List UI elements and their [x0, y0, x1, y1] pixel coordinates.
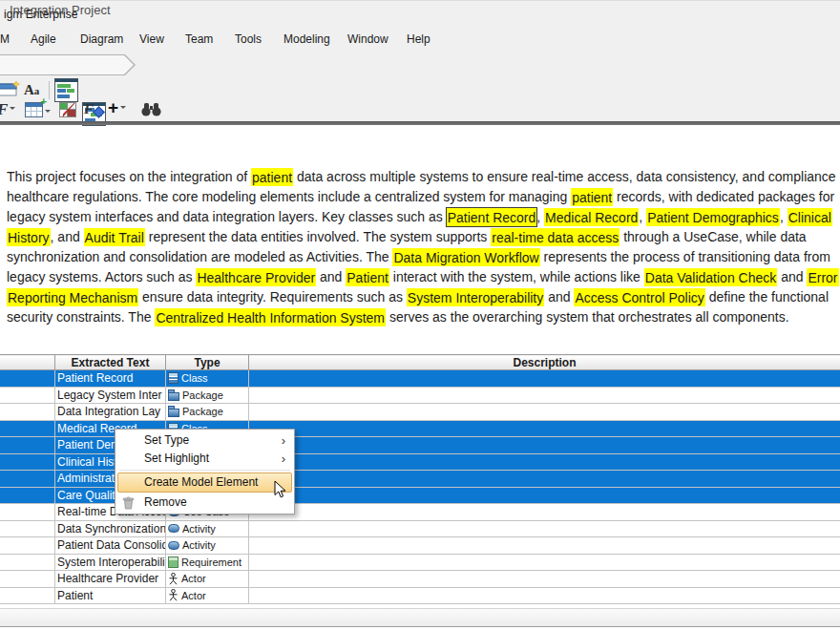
- text-segment: healthcare regulations. The core modelin…: [7, 189, 571, 204]
- cell-extracted-text: Legacy System Inter: [55, 387, 166, 404]
- menu-item-m[interactable]: M: [0, 32, 10, 46]
- new-model-icon[interactable]: [0, 80, 20, 101]
- cell-candidate-class: ecord: [0, 370, 55, 388]
- highlighted-term[interactable]: Centralized Health Information System: [155, 308, 386, 326]
- format-dropdown[interactable]: F: [0, 100, 15, 119]
- highlighted-term[interactable]: patient: [251, 168, 293, 186]
- cell-candidate-class: nteroperab: [0, 554, 55, 571]
- table-row[interactable]: gration LaData Integration LayPackage: [0, 404, 840, 421]
- cell-type: Package: [166, 387, 249, 404]
- text-segment: interact with the system, while actions …: [389, 269, 644, 284]
- highlighted-term[interactable]: History: [7, 228, 51, 246]
- table-row[interactable]: PatientActor: [0, 587, 840, 604]
- cell-description: [249, 437, 840, 454]
- diagram-thumbnail-icon[interactable]: [54, 78, 78, 102]
- caret-icon: [45, 110, 51, 116]
- header-description[interactable]: Description: [249, 355, 840, 370]
- highlighted-term[interactable]: Clinical: [788, 208, 832, 226]
- table-row[interactable]: nteroperabSystem InteroperabiliRequireme…: [0, 554, 840, 571]
- highlighted-term[interactable]: patient: [571, 188, 613, 206]
- menu-item-team[interactable]: Team: [185, 32, 213, 46]
- table-row[interactable]: ecordPatient RecordClass: [0, 370, 840, 388]
- menu-item-set-type[interactable]: Set Type ›: [116, 431, 294, 450]
- text-segment: and: [544, 289, 574, 304]
- text-segment: ,: [639, 209, 646, 224]
- trash-icon: [122, 495, 135, 515]
- table-row[interactable]: e ProviderHealthcare ProviderActor: [0, 571, 840, 588]
- text-segment: data across multiple systems to ensure r…: [293, 169, 836, 184]
- text-line: legacy systems. Actors such as Healthcar…: [7, 267, 839, 287]
- type-label: Package: [182, 406, 223, 417]
- header-candidate-class[interactable]: ate Class: [0, 355, 55, 370]
- cell-description: [249, 404, 840, 421]
- submenu-arrow-icon: ›: [282, 431, 285, 450]
- menu-item-modeling[interactable]: Modeling: [284, 32, 330, 46]
- activity-icon: [168, 524, 179, 533]
- text-line: Reporting Mechanism ensure data integrit…: [7, 287, 829, 307]
- cell-description: [249, 370, 840, 388]
- text-segment: This project focuses on the integration …: [7, 169, 251, 184]
- menu-item-help[interactable]: Help: [407, 32, 430, 46]
- highlighted-term[interactable]: Reporting Mechanism: [7, 288, 138, 306]
- cell-candidate-class: e Provider: [0, 571, 55, 588]
- text-segment: represent the data entities involved. Th…: [145, 229, 491, 244]
- highlighted-term[interactable]: real-time data access: [491, 228, 620, 246]
- menubar: M Agile Diagram View Team Tools Modeling…: [0, 28, 840, 51]
- submenu-arrow-icon: ›: [282, 450, 285, 468]
- table-row[interactable]: chronizatioData SynchronizationActivity: [0, 520, 840, 537]
- table-row[interactable]: ystem InteLegacy System InterPackage: [0, 387, 840, 404]
- plus-badge-icon: +: [41, 95, 47, 107]
- highlighted-term[interactable]: Medical Record: [544, 208, 639, 226]
- text-line: healthcare regulations. The core modelin…: [7, 187, 834, 207]
- highlighted-term[interactable]: Audit Trail: [84, 228, 145, 246]
- text-segment: through a UseCase, while data: [620, 229, 806, 244]
- highlighted-term[interactable]: System Interoperability: [407, 288, 544, 306]
- type-label: Activity: [182, 539, 216, 551]
- cell-description: [249, 504, 840, 521]
- highlighted-term[interactable]: Patient Demographics: [646, 208, 780, 226]
- highlighted-term[interactable]: Healthcare Provider: [196, 268, 316, 286]
- text-line: This project focuses on the integration …: [7, 167, 836, 187]
- palette-pen-icon[interactable]: [59, 102, 75, 116]
- cell-candidate-class: [0, 587, 55, 604]
- table-add-dropdown[interactable]: +: [25, 102, 51, 121]
- cell-type: Activity: [166, 520, 249, 537]
- highlighted-term[interactable]: Data Migration Workflow: [392, 248, 539, 266]
- text-segment: ,: [780, 209, 788, 224]
- table-row[interactable]: ata ConsoPatient Data ConsolidActivity: [0, 537, 840, 555]
- cell-candidate-class: ata Conso: [0, 537, 55, 555]
- header-type[interactable]: Type: [166, 355, 249, 370]
- add-dropdown[interactable]: +: [108, 97, 126, 118]
- formula-icon[interactable]: F: [84, 100, 94, 117]
- text-segment: records, with dedicated packages for: [613, 189, 834, 204]
- menu-separator: [119, 470, 290, 471]
- cell-extracted-text: Patient Data Consolid: [55, 537, 166, 555]
- cell-extracted-text: Patient Record: [55, 370, 166, 388]
- menu-item-create-model-element[interactable]: Create Model Element: [117, 472, 292, 493]
- menu-item-view[interactable]: View: [139, 32, 164, 46]
- binoculars-icon[interactable]: [141, 103, 161, 120]
- menu-item-window[interactable]: Window: [347, 32, 388, 46]
- highlighted-term[interactable]: Access Control Policy: [574, 288, 704, 306]
- menu-item-agile[interactable]: Agile: [31, 32, 56, 46]
- text-segment: synchronization and consolidation are mo…: [7, 249, 392, 264]
- header-extracted-text[interactable]: Extracted Text: [55, 355, 166, 370]
- font-icon[interactable]: Aa: [24, 82, 39, 98]
- highlighted-term[interactable]: Patient: [346, 268, 389, 286]
- highlighted-term[interactable]: Data Validation Check: [644, 268, 777, 286]
- activity-icon: [168, 541, 179, 550]
- menu-item-tools[interactable]: Tools: [235, 32, 262, 46]
- cell-extracted-text: Healthcare Provider: [55, 571, 166, 588]
- menu-item-set-highlight[interactable]: Set Highlight ›: [116, 450, 294, 468]
- menu-item-remove[interactable]: Remove: [116, 494, 294, 512]
- highlighted-term[interactable]: Error: [807, 268, 838, 286]
- type-label: Actor: [181, 573, 206, 584]
- highlighted-term[interactable]: Patient Record: [447, 208, 537, 226]
- tab-integration-project[interactable]: [0, 54, 136, 75]
- menu-item-diagram[interactable]: Diagram: [80, 32, 123, 46]
- cell-candidate-class: story: [0, 453, 55, 471]
- app-chrome: igm Enterprise M Agile Diagram View Team…: [0, 0, 840, 122]
- toolbar-separator: [49, 81, 50, 99]
- cell-description: [249, 487, 840, 504]
- cell-candidate-class: chronizatio: [0, 520, 55, 537]
